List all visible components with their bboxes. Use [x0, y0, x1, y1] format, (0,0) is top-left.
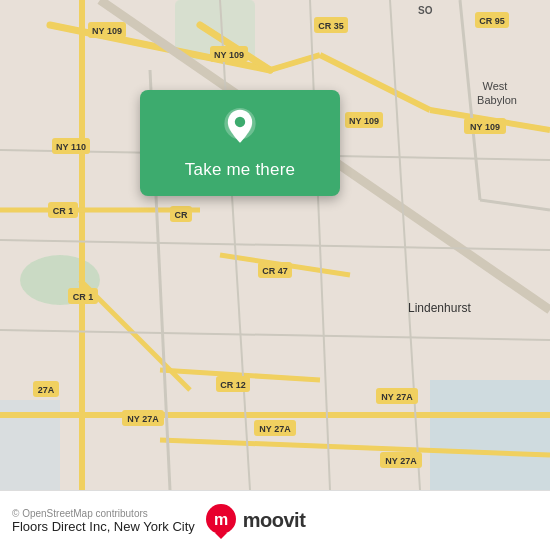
svg-text:m: m	[214, 511, 228, 528]
svg-text:NY 109: NY 109	[92, 26, 122, 36]
map-attribution: © OpenStreetMap contributors	[12, 508, 195, 519]
svg-rect-3	[430, 380, 550, 490]
map-view: NY 109 NY 109 NY 109 CR 35 CR 95 NY 110 …	[0, 0, 550, 490]
footer-bar: © OpenStreetMap contributors Floors Dire…	[0, 490, 550, 550]
location-pin-icon	[220, 108, 260, 148]
svg-text:CR 35: CR 35	[318, 21, 344, 31]
svg-text:CR 95: CR 95	[479, 16, 505, 26]
svg-point-68	[235, 117, 245, 127]
moovit-icon: m	[205, 503, 237, 539]
take-me-there-button[interactable]: Take me there	[185, 160, 295, 180]
location-card: Take me there	[140, 90, 340, 196]
svg-text:NY 109: NY 109	[214, 50, 244, 60]
svg-text:CR 1: CR 1	[53, 206, 74, 216]
svg-text:CR 1: CR 1	[73, 292, 94, 302]
place-name: Floors Direct Inc, New York City	[12, 519, 195, 534]
svg-text:Lindenhurst: Lindenhurst	[408, 301, 471, 315]
svg-text:Babylon: Babylon	[477, 94, 517, 106]
moovit-text: moovit	[243, 509, 306, 532]
svg-text:NY 27A: NY 27A	[127, 414, 159, 424]
svg-text:NY 27A: NY 27A	[381, 392, 413, 402]
svg-text:NY 110: NY 110	[56, 142, 86, 152]
svg-text:CR 47: CR 47	[262, 266, 288, 276]
footer-info: © OpenStreetMap contributors Floors Dire…	[12, 508, 195, 534]
svg-text:NY 109: NY 109	[349, 116, 379, 126]
svg-text:NY 27A: NY 27A	[385, 456, 417, 466]
svg-text:27A: 27A	[38, 385, 55, 395]
moovit-logo: m moovit	[205, 503, 306, 539]
svg-text:CR: CR	[175, 210, 188, 220]
svg-text:NY 27A: NY 27A	[259, 424, 291, 434]
svg-marker-71	[215, 533, 227, 539]
svg-text:SO: SO	[418, 5, 433, 16]
svg-text:CR 12: CR 12	[220, 380, 246, 390]
svg-text:West: West	[483, 80, 508, 92]
